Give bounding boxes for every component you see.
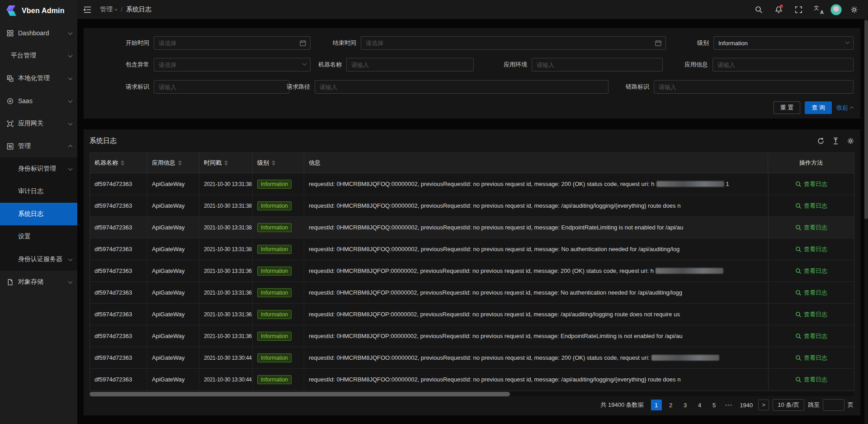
view-log-link[interactable]: 查看日志 [795, 224, 827, 232]
view-log-link[interactable]: 查看日志 [795, 376, 827, 384]
notification-bell-icon[interactable] [771, 2, 786, 17]
sidebar-item-platform[interactable]: 平台管理 [0, 44, 77, 67]
request-path-input[interactable] [315, 81, 608, 93]
search-button[interactable]: 查 询 [805, 101, 832, 114]
user-avatar[interactable] [830, 4, 842, 15]
sort-icon[interactable] [224, 160, 228, 166]
translate-icon[interactable]: 文A [811, 2, 826, 17]
cell-timestamp: 2021-10-30 13:31:38 [199, 195, 253, 216]
sidebar-item-gateway[interactable]: 应用网关 [0, 112, 77, 135]
page-number[interactable]: 1 [651, 400, 662, 410]
column-header-app[interactable]: 应用信息 [147, 153, 199, 173]
next-page-button[interactable]: > [758, 400, 769, 410]
sidebar-item-system-log[interactable]: 系统日志 [0, 203, 77, 225]
page-number[interactable]: 4 [694, 400, 705, 410]
end-time-input[interactable] [361, 37, 665, 49]
page-number[interactable]: 2 [665, 400, 676, 410]
table-row[interactable]: df5974d72363 ApiGateWay 2021-10-30 13:31… [90, 325, 854, 347]
management-submenu: 身份标识管理 审计日志 系统日志 设置 身份认证服务器 [0, 157, 77, 271]
view-log-link[interactable]: 查看日志 [795, 289, 827, 297]
sidebar-item-auth-server[interactable]: 身份认证服务器 [0, 248, 77, 271]
column-header-level[interactable]: 级别 [253, 153, 304, 173]
request-id-input[interactable] [154, 81, 289, 93]
fullscreen-icon[interactable] [791, 2, 806, 17]
cell-app-info: ApiGateWay [147, 325, 199, 347]
sort-icon[interactable] [178, 160, 182, 166]
settings-gear-icon[interactable] [846, 2, 862, 17]
sidebar-item-label: Saas [18, 97, 64, 105]
has-exception-select[interactable] [154, 58, 311, 71]
jump-page-input[interactable] [823, 399, 844, 411]
level-select[interactable]: Information [713, 36, 854, 50]
sidebar-item-audit-log[interactable]: 审计日志 [0, 180, 77, 203]
app-logo[interactable]: Vben Admin [0, 0, 77, 22]
menu-fold-icon[interactable] [84, 6, 96, 13]
app-env-field[interactable] [532, 58, 663, 71]
start-time-input[interactable] [154, 37, 310, 49]
view-log-link[interactable]: 查看日志 [795, 202, 827, 210]
page-number[interactable]: 1940 [738, 400, 755, 410]
column-header-timestamp[interactable]: 时间戳 [199, 153, 253, 173]
page-number[interactable]: 5 [709, 400, 720, 410]
row-height-icon[interactable] [832, 137, 840, 145]
breadcrumb-parent[interactable]: 管理 [100, 5, 117, 14]
table-row[interactable]: df5974d72363 ApiGateWay 2021-10-30 13:31… [90, 304, 854, 325]
sidebar-item-label: 对象存储 [18, 278, 64, 286]
table-row[interactable]: df5974d72363 ApiGateWay 2021-10-30 13:31… [90, 282, 854, 304]
view-log-link[interactable]: 查看日志 [795, 180, 827, 188]
trace-id-input[interactable] [654, 81, 853, 93]
sort-icon[interactable] [121, 160, 124, 166]
vertical-scrollbar-thumb[interactable] [864, 20, 868, 219]
trace-id-field[interactable] [654, 80, 854, 94]
table-row[interactable]: df5974d72363 ApiGateWay 2021-10-30 13:31… [90, 217, 854, 238]
chevron-down-icon [68, 166, 73, 171]
view-log-link[interactable]: 查看日志 [795, 245, 827, 253]
view-log-link[interactable]: 查看日志 [795, 332, 827, 340]
page-number[interactable]: ••• [723, 400, 735, 410]
sidebar-item-settings[interactable]: 设置 [0, 225, 77, 248]
page-size-select[interactable]: 10 条/页 [773, 399, 804, 411]
reset-button[interactable]: 重 置 [774, 101, 801, 114]
cell-app-info: ApiGateWay [147, 282, 199, 303]
column-settings-gear-icon[interactable] [847, 137, 854, 145]
request-path-field[interactable] [315, 80, 609, 94]
file-icon [6, 278, 14, 286]
view-log-link[interactable]: 查看日志 [795, 310, 827, 319]
request-id-field[interactable] [154, 80, 289, 94]
level-badge: Information [257, 201, 292, 210]
end-time-datepicker[interactable] [361, 36, 666, 50]
app-info-field[interactable] [712, 58, 854, 71]
cell-app-info: ApiGateWay [147, 260, 199, 281]
table-row[interactable]: df5974d72363 ApiGateWay 2021-10-30 13:31… [90, 260, 854, 282]
machine-name-field[interactable] [346, 58, 474, 71]
search-icon[interactable] [751, 2, 766, 17]
horizontal-scrollbar[interactable] [90, 392, 854, 396]
table-row[interactable]: df5974d72363 ApiGateWay 2021-10-30 13:31… [90, 238, 854, 260]
magnifier-icon [795, 376, 802, 383]
vertical-scrollbar[interactable] [864, 19, 868, 424]
horizontal-scrollbar-thumb[interactable] [90, 392, 510, 396]
sidebar-item-management[interactable]: 管理 [0, 135, 77, 157]
column-header-machine[interactable]: 机器名称 [90, 153, 147, 173]
view-log-link[interactable]: 查看日志 [795, 354, 827, 362]
system-log-panel: 系统日志 机器名称 应用信息 时间戳 [84, 129, 860, 415]
sort-icon[interactable] [272, 160, 275, 166]
collapse-link[interactable]: 收起 [836, 104, 853, 112]
view-log-link[interactable]: 查看日志 [795, 267, 827, 275]
sidebar-item-object-storage[interactable]: 对象存储 [0, 271, 77, 293]
table-row[interactable]: df5974d72363 ApiGateWay 2021-10-30 13:30… [90, 347, 854, 369]
table-row[interactable]: df5974d72363 ApiGateWay 2021-10-30 13:30… [90, 369, 854, 391]
has-exception-input[interactable] [154, 58, 310, 71]
sidebar-item-dashboard[interactable]: Dashboard [0, 22, 77, 44]
table-row[interactable]: df5974d72363 ApiGateWay 2021-10-30 13:31… [90, 173, 854, 195]
page-number[interactable]: 3 [680, 400, 691, 410]
sidebar-item-localization[interactable]: 本地化管理 [0, 67, 77, 90]
table-row[interactable]: df5974d72363 ApiGateWay 2021-10-30 13:31… [90, 195, 854, 217]
app-info-input[interactable] [713, 58, 853, 71]
refresh-icon[interactable] [817, 137, 825, 145]
machine-name-input[interactable] [347, 58, 473, 71]
sidebar-item-saas[interactable]: Saas [0, 90, 77, 112]
sidebar-item-identity-management[interactable]: 身份标识管理 [0, 157, 77, 180]
start-time-datepicker[interactable] [154, 36, 311, 50]
app-env-input[interactable] [532, 58, 662, 71]
